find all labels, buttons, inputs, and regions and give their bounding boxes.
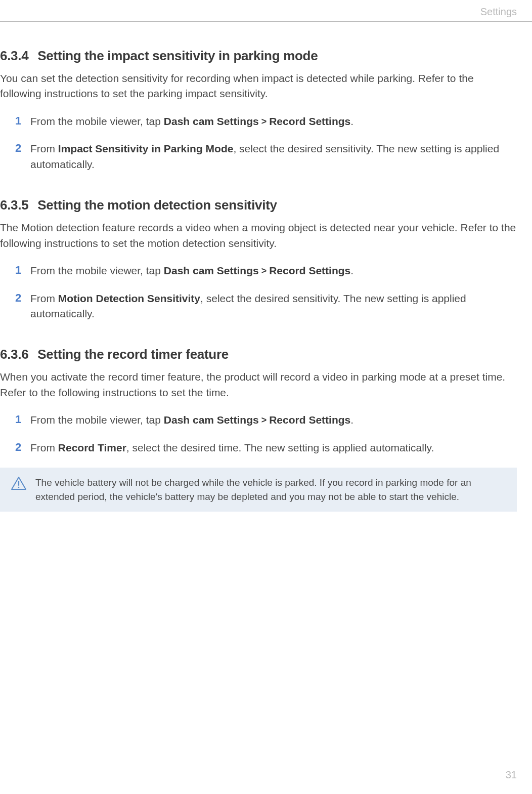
section-heading: 6.3.4Setting the impact sensitivity in p…	[0, 48, 517, 64]
step-item: 1 From the mobile viewer, tap Dash cam S…	[15, 114, 517, 129]
section-heading: 6.3.5Setting the motion detection sensit…	[0, 197, 517, 213]
section-number: 6.3.6	[0, 347, 28, 362]
step-text: From the mobile viewer, tap Dash cam Set…	[30, 263, 517, 278]
section-number: 6.3.5	[0, 197, 28, 213]
step-text: From Impact Sensitivity in Parking Mode,…	[30, 141, 517, 172]
steps-list: 1 From the mobile viewer, tap Dash cam S…	[0, 412, 517, 455]
steps-list: 1 From the mobile viewer, tap Dash cam S…	[0, 263, 517, 321]
section-634: 6.3.4Setting the impact sensitivity in p…	[0, 48, 517, 172]
step-number: 1	[15, 412, 27, 428]
step-item: 2 From Motion Detection Sensitivity, sel…	[15, 291, 517, 322]
section-635: 6.3.5Setting the motion detection sensit…	[0, 197, 517, 321]
step-item: 1 From the mobile viewer, tap Dash cam S…	[15, 263, 517, 278]
intro-text: The Motion detection feature records a v…	[0, 220, 517, 251]
step-number: 1	[15, 263, 27, 278]
step-item: 2 From Impact Sensitivity in Parking Mod…	[15, 141, 517, 172]
svg-point-1	[18, 487, 20, 488]
step-text: From Motion Detection Sensitivity, selec…	[30, 291, 517, 322]
step-number: 2	[15, 141, 27, 172]
section-title: Setting the impact sensitivity in parkin…	[37, 48, 318, 63]
step-text: From the mobile viewer, tap Dash cam Set…	[30, 114, 517, 129]
step-text: From Record Timer, select the desired ti…	[30, 440, 517, 455]
intro-text: You can set the detection sensitivity fo…	[0, 71, 517, 102]
section-636: 6.3.6Setting the record timer feature Wh…	[0, 347, 517, 512]
steps-list: 1 From the mobile viewer, tap Dash cam S…	[0, 114, 517, 172]
step-number: 2	[15, 291, 27, 322]
section-heading: 6.3.6Setting the record timer feature	[0, 347, 517, 362]
main-content: 6.3.4Setting the impact sensitivity in p…	[0, 48, 517, 537]
section-title: Setting the record timer feature	[37, 347, 229, 362]
section-number: 6.3.4	[0, 48, 28, 64]
caution-box: The vehicle battery will not be charged …	[0, 468, 517, 512]
step-item: 1 From the mobile viewer, tap Dash cam S…	[15, 412, 517, 428]
chevron-right-icon: >	[259, 266, 270, 276]
header-divider	[0, 21, 532, 22]
caution-text: The vehicle battery will not be charged …	[35, 476, 506, 504]
caution-icon	[11, 477, 26, 492]
page-header: Settings	[480, 0, 532, 23]
intro-text: When you activate the record timer featu…	[0, 369, 517, 400]
step-number: 2	[15, 440, 27, 455]
chevron-right-icon: >	[259, 116, 270, 127]
section-title: Setting the motion detection sensitivity	[37, 197, 277, 213]
page-number: 31	[506, 769, 517, 781]
step-number: 1	[15, 114, 27, 129]
step-item: 2 From Record Timer, select the desired …	[15, 440, 517, 455]
step-text: From the mobile viewer, tap Dash cam Set…	[30, 412, 517, 428]
chevron-right-icon: >	[259, 415, 270, 425]
